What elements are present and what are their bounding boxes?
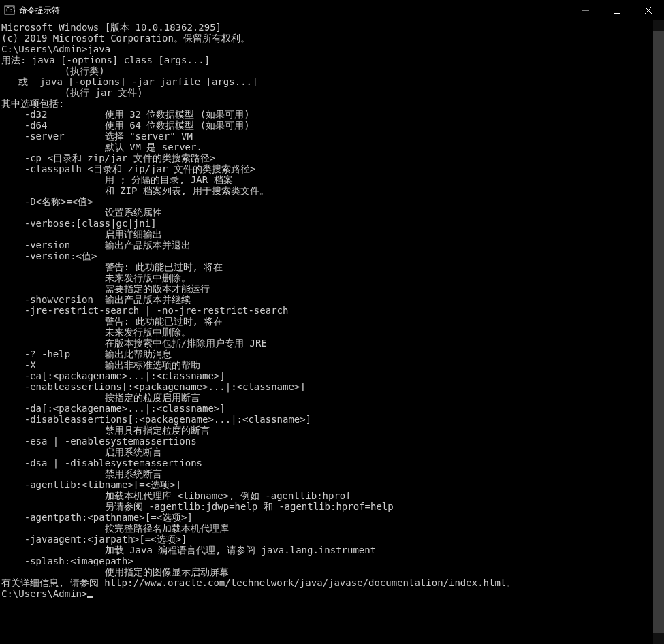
cursor [87,596,93,598]
terminal-line: 禁用系统断言 [1,468,653,479]
terminal-line: -cp <目录和 zip/jar 文件的类搜索路径> [1,152,653,163]
window-controls [570,0,664,20]
terminal-line: -? -help 输出此帮助消息 [1,349,653,359]
terminal-line: 和 ZIP 档案列表, 用于搜索类文件。 [1,185,653,196]
terminal-line: 加载 Java 编程语言代理, 请参阅 java.lang.instrument [1,545,653,556]
terminal-line: -D<名称>=<值> [1,196,653,207]
terminal-line: -d64 使用 64 位数据模型 (如果可用) [1,120,653,131]
minimize-button[interactable] [570,0,601,20]
scrollbar[interactable] [653,20,664,644]
terminal-line: 使用指定的图像显示启动屏幕 [1,566,653,577]
terminal-line: 未来发行版中删除。 [1,327,653,338]
terminal-line: -X 输出非标准选项的帮助 [1,359,653,370]
terminal-line: (c) 2019 Microsoft Corporation。保留所有权利。 [1,33,653,44]
terminal-line: 禁用具有指定粒度的断言 [1,425,653,436]
terminal-line: -enableassertions[:<packagename>...|:<cl… [1,381,653,392]
scroll-thumb[interactable] [653,31,664,633]
terminal-line: 在版本搜索中包括/排除用户专用 JRE [1,338,653,349]
terminal-line: 用法: java [-options] class [args...] [1,54,653,65]
terminal-line: -da[:<packagename>...|:<classname>] [1,403,653,414]
terminal-line: -version:<值> [1,251,653,261]
terminal-line: 有关详细信息, 请参阅 http://www.oracle.com/techne… [1,577,653,588]
svg-rect-3 [614,7,620,14]
terminal-line: -classpath <目录和 zip/jar 文件的类搜索路径> [1,163,653,174]
terminal-line: -server 选择 "server" VM [1,131,653,142]
close-button[interactable] [633,0,664,20]
terminal-line: -showversion 输出产品版本并继续 [1,294,653,305]
terminal-line: C:\Users\Admin> [1,588,653,599]
terminal-output[interactable]: Microsoft Windows [版本 10.0.18362.295](c)… [0,20,653,644]
terminal-line: -disableassertions[:<packagename>...|:<c… [1,414,653,425]
terminal-line: 警告: 此功能已过时, 将在 [1,261,653,272]
terminal-line: -ea[:<packagename>...|:<classname>] [1,370,653,381]
terminal-line: -jre-restrict-search | -no-jre-restrict-… [1,305,653,316]
content-area: Microsoft Windows [版本 10.0.18362.295](c)… [0,20,664,644]
cmd-icon: C:\ [4,5,15,16]
terminal-line: -dsa | -disablesystemassertions [1,457,653,468]
terminal-line: 启用系统断言 [1,447,653,457]
terminal-line: 其中选项包括: [1,98,653,109]
terminal-line: Microsoft Windows [版本 10.0.18362.295] [1,22,653,33]
terminal-line: (执行类) [1,65,653,76]
maximize-button[interactable] [601,0,633,20]
terminal-line: 未来发行版中删除。 [1,272,653,283]
terminal-line: 按指定的粒度启用断言 [1,392,653,403]
terminal-line: -version 输出产品版本并退出 [1,240,653,251]
titlebar[interactable]: C:\ 命令提示符 [0,0,664,20]
terminal-line: 用 ; 分隔的目录, JAR 档案 [1,174,653,185]
terminal-line: (执行 jar 文件) [1,87,653,98]
svg-text:C:\: C:\ [6,7,15,14]
terminal-line: 按完整路径名加载本机代理库 [1,523,653,534]
terminal-line: 设置系统属性 [1,207,653,218]
terminal-line: C:\Users\Admin>java [1,44,653,54]
terminal-line: -javaagent:<jarpath>[=<选项>] [1,534,653,545]
terminal-line: 或 java [-options] -jar jarfile [args...] [1,76,653,87]
terminal-line: 需要指定的版本才能运行 [1,283,653,294]
terminal-line: 启用详细输出 [1,229,653,240]
terminal-line: 加载本机代理库 <libname>, 例如 -agentlib:hprof [1,490,653,501]
window-title: 命令提示符 [19,5,570,16]
terminal-line: -agentlib:<libname>[=<选项>] [1,479,653,490]
terminal-line: -splash:<imagepath> [1,556,653,566]
terminal-line: 另请参阅 -agentlib:jdwp=help 和 -agentlib:hpr… [1,501,653,512]
terminal-line: 警告: 此功能已过时, 将在 [1,316,653,327]
terminal-line: 默认 VM 是 server. [1,142,653,152]
terminal-line: -agentpath:<pathname>[=<选项>] [1,512,653,523]
terminal-line: -esa | -enablesystemassertions [1,436,653,447]
terminal-line: -d32 使用 32 位数据模型 (如果可用) [1,109,653,120]
terminal-line: -verbose:[class|gc|jni] [1,218,653,229]
